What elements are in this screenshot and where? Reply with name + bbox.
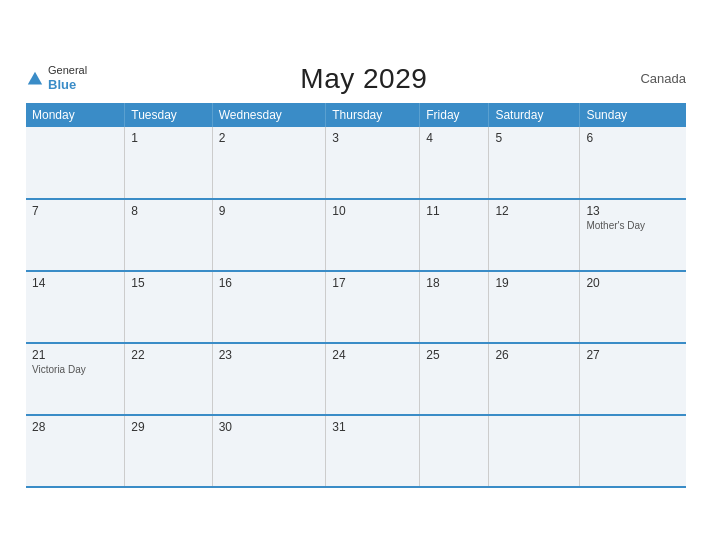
calendar-cell: 4	[420, 127, 489, 199]
calendar-cell	[580, 415, 686, 487]
calendar-cell: 29	[125, 415, 212, 487]
calendar-cell: 21Victoria Day	[26, 343, 125, 415]
svg-marker-0	[28, 71, 42, 84]
day-number: 4	[426, 131, 482, 145]
logo-blue: Blue	[48, 77, 87, 93]
day-number: 10	[332, 204, 413, 218]
day-number: 30	[219, 420, 320, 434]
day-number: 19	[495, 276, 573, 290]
day-number: 1	[131, 131, 205, 145]
day-number: 11	[426, 204, 482, 218]
day-number: 17	[332, 276, 413, 290]
day-number: 7	[32, 204, 118, 218]
week-row-1: 123456	[26, 127, 686, 199]
day-number: 2	[219, 131, 320, 145]
day-number: 12	[495, 204, 573, 218]
calendar-cell: 6	[580, 127, 686, 199]
logo-general: General	[48, 64, 87, 77]
calendar-cell: 23	[212, 343, 326, 415]
calendar-cell: 20	[580, 271, 686, 343]
day-number: 31	[332, 420, 413, 434]
logo-icon	[26, 70, 44, 88]
calendar-cell: 13Mother's Day	[580, 199, 686, 271]
month-title: May 2029	[300, 63, 427, 95]
day-number: 5	[495, 131, 573, 145]
calendar-tbody: 12345678910111213Mother's Day14151617181…	[26, 127, 686, 487]
week-row-2: 78910111213Mother's Day	[26, 199, 686, 271]
day-event: Victoria Day	[32, 364, 118, 375]
calendar-cell: 10	[326, 199, 420, 271]
calendar-table: MondayTuesdayWednesdayThursdayFridaySatu…	[26, 103, 686, 488]
day-number: 28	[32, 420, 118, 434]
calendar-cell: 28	[26, 415, 125, 487]
day-number: 26	[495, 348, 573, 362]
logo: General Blue	[26, 64, 87, 93]
calendar-cell: 7	[26, 199, 125, 271]
calendar-cell: 19	[489, 271, 580, 343]
day-number: 23	[219, 348, 320, 362]
calendar-cell	[489, 415, 580, 487]
calendar-cell: 17	[326, 271, 420, 343]
days-header-row: MondayTuesdayWednesdayThursdayFridaySatu…	[26, 103, 686, 127]
day-header-thursday: Thursday	[326, 103, 420, 127]
day-number: 24	[332, 348, 413, 362]
calendar-cell: 3	[326, 127, 420, 199]
calendar-cell: 15	[125, 271, 212, 343]
calendar-cell: 5	[489, 127, 580, 199]
logo-text: General Blue	[48, 64, 87, 93]
day-number: 3	[332, 131, 413, 145]
day-header-tuesday: Tuesday	[125, 103, 212, 127]
calendar-header: General Blue May 2029 Canada	[26, 63, 686, 95]
calendar-cell: 9	[212, 199, 326, 271]
week-row-5: 28293031	[26, 415, 686, 487]
calendar-cell: 16	[212, 271, 326, 343]
day-number: 16	[219, 276, 320, 290]
day-number: 20	[586, 276, 680, 290]
day-header-wednesday: Wednesday	[212, 103, 326, 127]
week-row-4: 21Victoria Day222324252627	[26, 343, 686, 415]
calendar-cell: 8	[125, 199, 212, 271]
calendar-cell: 27	[580, 343, 686, 415]
day-number: 25	[426, 348, 482, 362]
day-number: 14	[32, 276, 118, 290]
calendar-cell: 14	[26, 271, 125, 343]
calendar-cell: 18	[420, 271, 489, 343]
calendar-cell: 2	[212, 127, 326, 199]
calendar-cell: 22	[125, 343, 212, 415]
day-header-saturday: Saturday	[489, 103, 580, 127]
calendar-cell: 31	[326, 415, 420, 487]
calendar-thead: MondayTuesdayWednesdayThursdayFridaySatu…	[26, 103, 686, 127]
day-header-sunday: Sunday	[580, 103, 686, 127]
day-number: 13	[586, 204, 680, 218]
day-number: 22	[131, 348, 205, 362]
calendar-cell: 26	[489, 343, 580, 415]
day-number: 8	[131, 204, 205, 218]
day-number: 6	[586, 131, 680, 145]
calendar-cell: 11	[420, 199, 489, 271]
day-number: 29	[131, 420, 205, 434]
country-label: Canada	[640, 71, 686, 86]
calendar-cell: 30	[212, 415, 326, 487]
day-number: 21	[32, 348, 118, 362]
calendar-cell: 24	[326, 343, 420, 415]
day-number: 15	[131, 276, 205, 290]
week-row-3: 14151617181920	[26, 271, 686, 343]
calendar-cell	[26, 127, 125, 199]
calendar-cell: 12	[489, 199, 580, 271]
day-event: Mother's Day	[586, 220, 680, 231]
day-header-monday: Monday	[26, 103, 125, 127]
day-number: 27	[586, 348, 680, 362]
calendar-container: General Blue May 2029 Canada MondayTuesd…	[11, 53, 701, 498]
calendar-cell: 1	[125, 127, 212, 199]
calendar-cell	[420, 415, 489, 487]
day-header-friday: Friday	[420, 103, 489, 127]
calendar-cell: 25	[420, 343, 489, 415]
day-number: 9	[219, 204, 320, 218]
day-number: 18	[426, 276, 482, 290]
